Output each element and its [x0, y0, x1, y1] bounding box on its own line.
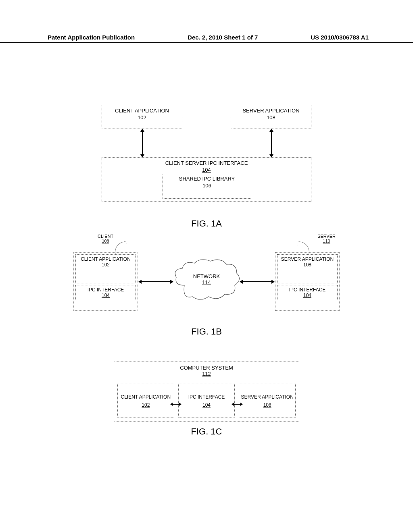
tag-label: CLIENT — [98, 234, 113, 239]
ref-num: 104 — [202, 167, 211, 173]
ref-num: 102 — [142, 402, 150, 408]
box-shared-ipc-library: SHARED IPC LIBRARY 106 — [163, 174, 251, 199]
host-server: SERVER APPLICATION 108 IPC INTERFACE 104 — [275, 252, 340, 311]
tag-server: SERVER 110 — [317, 234, 336, 243]
box-ipc-interface: IPC INTERFACE 104 — [75, 285, 136, 300]
ref-num: 108 — [263, 402, 271, 408]
header-right: US 2010/0306783 A1 — [311, 34, 369, 41]
ref-num: 108 — [102, 239, 109, 243]
tag-label: SERVER — [317, 234, 336, 239]
figure-label-1a: FIG. 1A — [0, 218, 413, 229]
tag-client: CLIENT 108 — [98, 234, 113, 243]
cloud-icon — [172, 257, 241, 303]
arrow-server-to-ipc-icon — [271, 129, 272, 157]
host-client: CLIENT APPLICATION 102 IPC INTERFACE 104 — [73, 252, 138, 311]
ref-num: 112 — [202, 371, 211, 377]
page-header: Patent Application Publication Dec. 2, 2… — [0, 34, 413, 43]
box-label: SERVER APPLICATION — [241, 394, 294, 400]
box-client-application: CLIENT APPLICATION 102 — [75, 254, 136, 283]
ref-num: 104 — [303, 293, 311, 298]
box-label: IPC INTERFACE — [277, 287, 337, 293]
figure-1b: CLIENT 108 SERVER 110 CLIENT APPLICATION… — [73, 241, 340, 322]
box-label: SERVER APPLICATION — [231, 108, 311, 114]
header-left: Patent Application Publication — [48, 34, 135, 41]
box-client-application: CLIENT APPLICATION 102 — [117, 384, 174, 418]
ref-num: 108 — [267, 114, 275, 121]
figure-1a: CLIENT APPLICATION 102 SERVER APPLICATIO… — [102, 105, 311, 214]
box-server-application: SERVER APPLICATION 108 — [231, 105, 311, 129]
ref-num: 102 — [138, 114, 146, 121]
box-label: IPC INTERFACE — [188, 394, 225, 400]
arrow-client-ipc-icon — [171, 404, 181, 405]
arrow-client-network-icon — [139, 281, 173, 282]
box-label: COMPUTER SYSTEM — [114, 365, 299, 371]
ref-num: 106 — [202, 183, 211, 189]
box-ipc-interface: IPC INTERFACE 104 — [277, 285, 338, 300]
ref-num: 108 — [303, 262, 311, 268]
arrow-client-to-ipc-icon — [142, 129, 143, 157]
figure-label-1b: FIG. 1B — [0, 326, 413, 337]
figure-label-1c: FIG. 1C — [0, 426, 413, 437]
box-label: IPC INTERFACE — [76, 287, 136, 293]
ref-num: 104 — [202, 402, 211, 408]
box-label: CLIENT APPLICATION — [121, 394, 171, 400]
ref-num: 110 — [323, 239, 330, 243]
ref-num: 104 — [102, 293, 110, 298]
page-body: CLIENT APPLICATION 102 SERVER APPLICATIO… — [0, 48, 413, 445]
arrow-ipc-server-icon — [232, 404, 242, 405]
box-label: CLIENT APPLICATION — [102, 108, 182, 114]
figure-1c: COMPUTER SYSTEM 112 CLIENT APPLICATION 1… — [114, 361, 299, 422]
box-ipc-interface: CLIENT SERVER IPC INTERFACE 104 SHARED I… — [102, 157, 311, 202]
arrow-server-network-icon — [240, 281, 274, 282]
box-label: CLIENT SERVER IPC INTERFACE — [102, 160, 311, 166]
inner-row: CLIENT APPLICATION 102 IPC INTERFACE 104… — [117, 384, 296, 418]
header-center: Dec. 2, 2010 Sheet 1 of 7 — [188, 34, 258, 41]
box-client-application: CLIENT APPLICATION 102 — [102, 105, 182, 129]
box-ipc-interface: IPC INTERFACE 104 — [178, 384, 235, 418]
ref-num: 102 — [102, 262, 110, 268]
box-label: SHARED IPC LIBRARY — [163, 176, 251, 182]
network-cloud: NETWORK 114 — [176, 261, 237, 299]
box-label: CLIENT APPLICATION — [76, 256, 136, 262]
box-server-application: SERVER APPLICATION 108 — [239, 384, 296, 418]
box-server-application: SERVER APPLICATION 108 — [277, 254, 338, 283]
box-label: SERVER APPLICATION — [277, 256, 337, 262]
